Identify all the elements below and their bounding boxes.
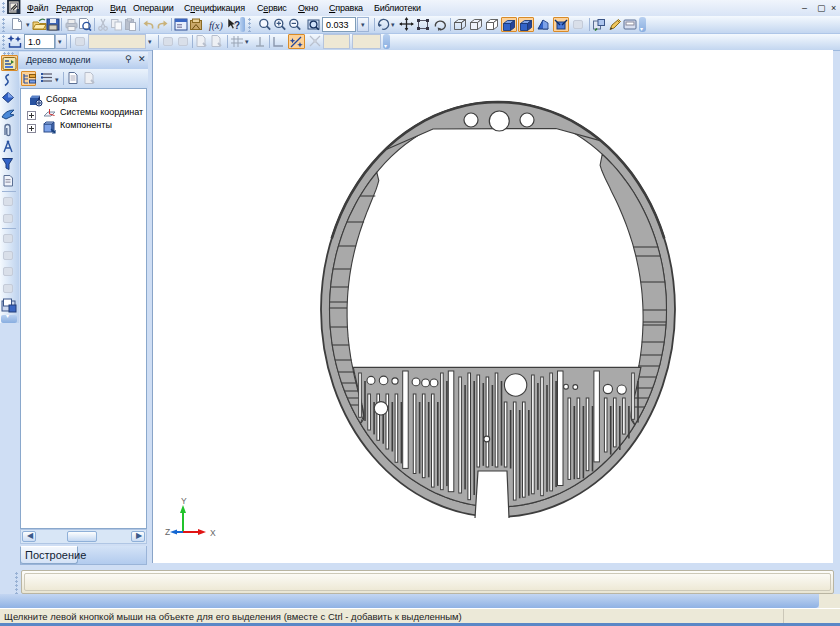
svg-text:Z: Z <box>165 527 170 537</box>
svg-text:f(x): f(x) <box>209 20 224 32</box>
svg-text:X: X <box>210 528 216 538</box>
svg-text:Y: Y <box>181 496 187 506</box>
